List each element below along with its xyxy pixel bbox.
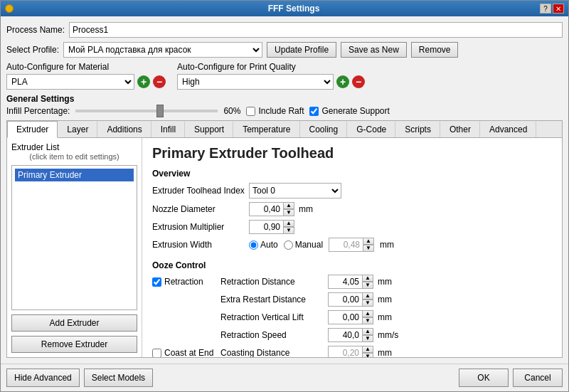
select-profile-label: Select Profile: <box>6 45 59 55</box>
generate-support-checkbox-label[interactable]: Generate Support <box>309 106 389 116</box>
retraction-distance-label: Retraction Distance <box>220 277 324 287</box>
tab-cooling[interactable]: Cooling <box>300 121 348 137</box>
infill-slider[interactable] <box>75 110 218 112</box>
title-bar-controls: ? ✕ <box>540 4 564 14</box>
detail-title: Primary Extruder Toolhead <box>152 145 552 161</box>
remove-material-button[interactable]: − <box>153 75 166 88</box>
retraction-checkbox[interactable] <box>152 277 161 287</box>
tab-gcode[interactable]: G-Code <box>347 121 395 137</box>
include-raft-checkbox[interactable] <box>246 107 255 116</box>
cancel-button[interactable]: Cancel <box>513 369 563 387</box>
extrusion-multiplier-label: Extrusion Multiplier <box>152 222 245 232</box>
retraction-distance-input[interactable] <box>328 275 362 289</box>
close-button[interactable]: ✕ <box>553 4 564 14</box>
extra-restart-down[interactable]: ▼ <box>362 300 373 307</box>
ooze-control-label: Ooze Control <box>152 260 552 270</box>
coasting-distance-spinbox-btns: ▲ ▼ <box>362 346 373 357</box>
hide-advanced-button[interactable]: Hide Advanced <box>6 369 80 387</box>
retraction-distance-up[interactable]: ▲ <box>362 275 373 282</box>
profile-select[interactable]: Мой PLA подставка для красок <box>63 42 262 58</box>
retraction-lift-input[interactable] <box>328 310 362 324</box>
extrusion-width-spinbox: ▲ ▼ <box>329 238 374 252</box>
retraction-distance-spinbox: ▲ ▼ <box>328 275 373 289</box>
extrusion-width-down[interactable]: ▼ <box>363 245 374 252</box>
extrusion-width-auto-radio[interactable] <box>249 240 258 250</box>
tab-infill[interactable]: Infill <box>151 121 185 137</box>
tab-extruder[interactable]: Extruder <box>7 121 58 138</box>
remove-button[interactable]: Remove <box>411 42 459 58</box>
extra-restart-input[interactable] <box>328 292 362 307</box>
coast-at-end-check-label[interactable]: Coast at End <box>152 348 216 357</box>
remove-quality-button[interactable]: − <box>352 75 365 88</box>
retraction-lift-down[interactable]: ▼ <box>362 317 373 324</box>
retraction-distance-down[interactable]: ▼ <box>362 282 373 289</box>
tab-other[interactable]: Other <box>440 121 480 137</box>
extrusion-width-manual-label[interactable]: Manual <box>284 240 323 250</box>
extra-restart-unit: mm <box>378 295 392 304</box>
save-as-new-button[interactable]: Save as New <box>341 42 407 58</box>
update-profile-button[interactable]: Update Profile <box>267 42 336 58</box>
extrusion-width-up[interactable]: ▲ <box>363 238 374 245</box>
main-content: Process Name: Select Profile: Мой PLA по… <box>1 16 568 364</box>
extruder-list-box: Primary Extruder <box>11 165 137 310</box>
extrusion-width-unit: mm <box>380 240 394 250</box>
retraction-check-label[interactable]: Retraction <box>152 277 216 287</box>
retraction-speed-input[interactable] <box>328 328 362 342</box>
quality-select[interactable]: High <box>177 74 334 90</box>
extra-restart-up[interactable]: ▲ <box>362 292 373 300</box>
nozzle-diameter-input[interactable] <box>249 202 283 216</box>
retraction-speed-down[interactable]: ▼ <box>362 335 373 342</box>
retraction-lift-row: Retraction Vertical Lift ▲ ▼ mm <box>152 310 552 324</box>
add-extruder-button[interactable]: Add Extruder <box>11 314 137 332</box>
coasting-distance-down[interactable]: ▼ <box>362 353 373 357</box>
nozzle-diameter-up[interactable]: ▲ <box>283 202 294 209</box>
generate-support-checkbox[interactable] <box>309 107 319 116</box>
auto-configure-quality-row: High + − <box>177 74 365 90</box>
ooze-control-section: Ooze Control Retraction Retraction Dista… <box>152 260 552 357</box>
retraction-lift-label: Retraction Vertical Lift <box>220 312 324 322</box>
bottom-right-buttons: OK Cancel <box>459 369 563 387</box>
retraction-lift-up[interactable]: ▲ <box>362 310 373 317</box>
extrusion-width-manual-text: Manual <box>295 240 323 250</box>
extrusion-multiplier-up[interactable]: ▲ <box>283 220 294 227</box>
add-material-button[interactable]: + <box>137 75 150 88</box>
tab-support[interactable]: Support <box>185 121 233 137</box>
extruder-list-subtitle: (click item to edit settings) <box>11 152 137 161</box>
coasting-distance-up[interactable]: ▲ <box>362 346 373 353</box>
extruder-list-item[interactable]: Primary Extruder <box>15 169 134 181</box>
remove-extruder-button[interactable]: Remove Extruder <box>11 336 137 353</box>
extrusion-width-spinbox-btns: ▲ ▼ <box>363 238 374 252</box>
ok-button[interactable]: OK <box>459 369 509 387</box>
toolhead-index-label: Extruder Toolhead Index <box>152 186 245 196</box>
retraction-speed-spinbox: ▲ ▼ <box>328 328 373 342</box>
toolhead-index-row: Extruder Toolhead Index Tool 0 <box>152 183 552 198</box>
generate-support-label: Generate Support <box>321 106 389 116</box>
retraction-lift-spinbox-btns: ▲ ▼ <box>362 310 373 324</box>
retraction-speed-up[interactable]: ▲ <box>362 328 373 335</box>
tab-layer[interactable]: Layer <box>58 121 97 137</box>
auto-configure-quality-label: Auto-Configure for Print Quality <box>177 62 365 72</box>
process-name-input[interactable] <box>69 22 563 38</box>
extrusion-width-manual-radio[interactable] <box>284 240 293 250</box>
extrusion-multiplier-down[interactable]: ▼ <box>283 227 294 234</box>
coasting-distance-spinbox: ▲ ▼ <box>328 346 373 357</box>
help-button[interactable]: ? <box>540 4 551 14</box>
coasting-distance-input[interactable] <box>328 346 362 357</box>
select-models-button[interactable]: Select Models <box>84 369 153 387</box>
tab-advanced[interactable]: Advanced <box>480 121 536 137</box>
nozzle-diameter-down[interactable]: ▼ <box>283 209 294 216</box>
add-quality-button[interactable]: + <box>336 75 349 88</box>
tab-additions[interactable]: Additions <box>97 121 151 137</box>
tab-temperature[interactable]: Temperature <box>233 121 299 137</box>
overview-section: Overview Extruder Toolhead Index Tool 0 … <box>152 169 552 252</box>
extrusion-width-auto-label[interactable]: Auto <box>249 240 278 250</box>
tab-scripts[interactable]: Scripts <box>395 121 440 137</box>
extrusion-multiplier-input[interactable] <box>249 220 283 234</box>
extrusion-width-input[interactable] <box>329 238 363 252</box>
auto-configure-quality-group: Auto-Configure for Print Quality High + … <box>177 62 365 90</box>
toolhead-index-select[interactable]: Tool 0 <box>249 183 341 198</box>
include-raft-checkbox-label[interactable]: Include Raft <box>246 106 304 116</box>
auto-configure-material-label: Auto-Configure for Material <box>6 62 166 72</box>
material-select[interactable]: PLA <box>6 74 134 90</box>
coast-at-end-checkbox[interactable] <box>152 349 161 358</box>
